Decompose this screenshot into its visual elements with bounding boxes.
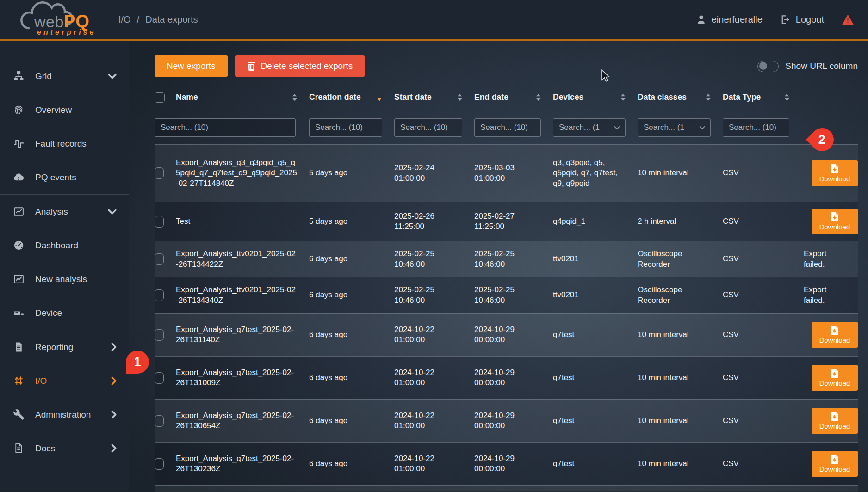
column-header-data-type[interactable]: Data Type	[723, 92, 801, 102]
row-checkbox[interactable]	[155, 415, 164, 427]
sort-icon	[536, 93, 541, 101]
warning-icon[interactable]	[842, 14, 854, 25]
creation-date: 6 days ago	[309, 416, 394, 426]
gauge-icon	[12, 240, 25, 251]
table-header-row: Name Creation date Start date End date D…	[155, 91, 858, 111]
download-button[interactable]: Download	[812, 451, 858, 477]
docs-file-icon	[12, 443, 25, 454]
breadcrumb-separator: /	[137, 14, 140, 25]
logout-button[interactable]: Logout	[780, 14, 824, 25]
sidebar-item-label: Docs	[35, 443, 111, 454]
table-row: Export_Analysis_q7test_2025-02-26T131009…	[155, 356, 858, 399]
column-header-creation-date[interactable]: Creation date	[309, 92, 394, 102]
end-date: 2025-02-27 11:25:00	[474, 211, 553, 232]
column-header-data-classes[interactable]: Data classes	[638, 92, 723, 102]
start-date: 2024-10-22 01:00:00	[394, 411, 474, 431]
show-url-toggle[interactable]	[757, 61, 779, 72]
download-label: Download	[819, 223, 850, 231]
devices: q7test	[553, 373, 638, 383]
chevron-down-icon	[108, 209, 117, 215]
chart-trend-icon	[12, 273, 25, 285]
end-date: 2024-10-29 00:00:00	[474, 325, 553, 345]
creation-date: 5 days ago	[309, 168, 394, 178]
search-data-type-input[interactable]	[723, 118, 789, 137]
sort-desc-icon	[377, 97, 382, 101]
download-button[interactable]: Download	[812, 408, 858, 434]
creation-date: 5 days ago	[309, 216, 394, 227]
download-button[interactable]: Download	[812, 365, 858, 391]
file-download-icon	[831, 369, 838, 378]
start-date: 2025-02-25 10:46:00	[394, 249, 474, 270]
column-header-end-date[interactable]: End date	[474, 92, 553, 102]
file-download-icon	[831, 412, 838, 421]
sidebar-item-analysis[interactable]: Analysis	[0, 195, 129, 228]
show-url-toggle-wrap: Show URL column	[757, 61, 858, 72]
sidebar-item-io[interactable]: I/O	[0, 364, 129, 398]
wrench-icon	[12, 409, 25, 420]
file-download-icon	[831, 212, 838, 221]
row-checkbox[interactable]	[155, 253, 164, 265]
table-row: Export_Analysis_q7test_2025-02-26T131140…	[155, 313, 858, 356]
delete-selected-exports-button[interactable]: Delete selected exports	[235, 55, 365, 77]
search-end-date-input[interactable]	[474, 118, 541, 137]
sidebar: Grid Overview Fault records PQ even	[0, 41, 129, 491]
column-header-name[interactable]: Name	[176, 92, 309, 102]
sidebar-item-docs[interactable]: Docs	[0, 431, 129, 465]
waveform-icon	[12, 138, 25, 149]
column-label: Name	[176, 92, 198, 102]
download-button[interactable]: Download	[812, 322, 858, 348]
username: einerfueralle	[712, 14, 763, 25]
sidebar-item-grid[interactable]: Grid	[0, 59, 129, 93]
sidebar-item-fault-records[interactable]: Fault records	[0, 127, 129, 160]
download-button[interactable]: Download	[812, 209, 858, 234]
row-checkbox[interactable]	[155, 329, 164, 341]
search-data-classes-select[interactable]	[638, 118, 711, 137]
logo-enterprise: enterprise	[37, 28, 96, 37]
top-bar: webPQ enterprise I/O / Data exports eine…	[0, 0, 868, 41]
data-classes: 10 min interval	[638, 168, 723, 178]
sidebar-item-pq-events[interactable]: PQ events	[0, 160, 129, 194]
webpq-logo[interactable]: webPQ enterprise	[11, 0, 99, 39]
download-button[interactable]: Download	[812, 160, 858, 186]
column-header-devices[interactable]: Devices	[553, 92, 638, 102]
table-row: Test 5 days ago 2025-02-26 11:25:00 2025…	[155, 202, 858, 241]
column-header-start-date[interactable]: Start date	[394, 92, 474, 102]
data-classes: 10 min interval	[638, 459, 723, 469]
breadcrumb-current: Data exports	[145, 14, 198, 25]
search-devices-select[interactable]	[553, 118, 626, 137]
sidebar-item-device[interactable]: Device	[0, 296, 129, 330]
chevron-right-icon	[111, 376, 117, 385]
data-classes: Oscilloscope Recorder	[638, 249, 723, 270]
export-name: Export_Analysis_ttv0201_2025-02-26T13434…	[176, 285, 309, 306]
search-creation-date-input[interactable]	[309, 118, 382, 137]
breadcrumb-io[interactable]: I/O	[118, 14, 131, 25]
new-exports-button[interactable]: New exports	[155, 55, 228, 77]
search-start-date-input[interactable]	[394, 118, 462, 137]
search-name-input[interactable]	[155, 118, 296, 137]
sidebar-item-new-analysis[interactable]: New analysis	[0, 262, 129, 296]
user-menu[interactable]: einerfueralle	[696, 14, 763, 25]
table-row-partial	[155, 485, 858, 492]
file-download-icon	[831, 164, 838, 173]
delete-selected-label: Delete selected exports	[261, 61, 353, 71]
sidebar-item-label: Overview	[35, 105, 117, 115]
select-all-checkbox[interactable]	[155, 92, 165, 103]
toggle-knob	[759, 62, 767, 70]
annotation-badge-1: 1	[126, 351, 149, 374]
download-label: Download	[819, 422, 850, 430]
sidebar-item-overview[interactable]: Overview	[0, 93, 129, 127]
chevron-right-icon	[111, 444, 117, 453]
row-checkbox[interactable]	[155, 458, 164, 470]
export-status: Export failed.	[801, 249, 838, 270]
row-checkbox[interactable]	[155, 216, 164, 228]
row-checkbox[interactable]	[155, 289, 164, 301]
table-search-row	[155, 111, 858, 144]
row-checkbox[interactable]	[155, 372, 164, 384]
sort-icon	[457, 93, 462, 101]
row-checkbox[interactable]	[155, 167, 164, 179]
sidebar-item-dashboard[interactable]: Dashboard	[0, 228, 129, 262]
column-label: Data Type	[723, 92, 761, 102]
sidebar-item-administration[interactable]: Administration	[0, 398, 129, 431]
sidebar-item-reporting[interactable]: Reporting	[0, 330, 129, 364]
chevron-down-icon	[108, 74, 117, 79]
